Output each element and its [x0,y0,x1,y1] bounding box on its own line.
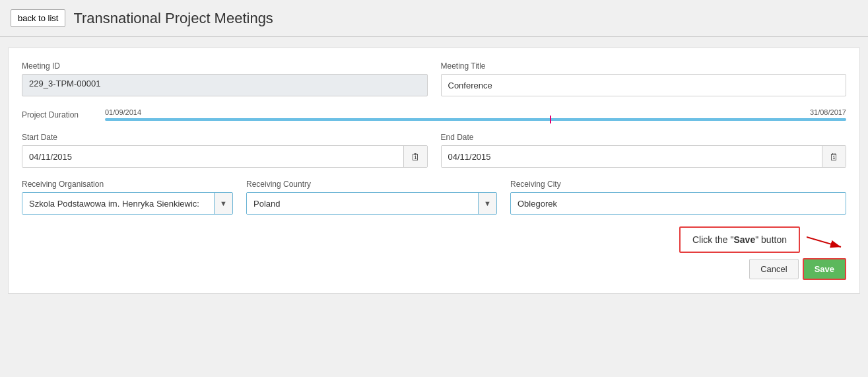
duration-bar-track [105,118,846,121]
meeting-title-label: Meeting Title [441,61,847,71]
receiving-country-dropdown-arrow[interactable]: ▼ [478,193,496,214]
page-title: Transnational Project Meetings [73,10,273,27]
back-to-list-button[interactable]: back to list [11,9,65,27]
receiving-org-dropdown-arrow[interactable]: ▼ [214,193,232,214]
receiving-row: Receiving Organisation Szkola Podstawowa… [22,180,846,215]
header-bar: back to list Transnational Project Meeti… [0,0,868,37]
dropdown-arrow-icon: ▼ [220,199,227,207]
start-date-wrapper: 🗓 [22,145,428,168]
end-date-wrapper: 🗓 [441,145,847,168]
svg-line-1 [807,237,841,247]
receiving-country-select[interactable]: Poland [247,193,478,214]
tooltip-arrow-svg [807,230,846,250]
meeting-id-group: Meeting ID 229_3-TPM-00001 [22,61,428,96]
tooltip-row: Click the "Save" button [679,226,846,253]
receiving-country-select-wrapper: Poland ▼ [246,192,497,215]
receiving-country-label: Receiving Country [246,180,497,189]
start-date-input[interactable] [22,146,403,167]
main-content: Meeting ID 229_3-TPM-00001 Meeting Title… [8,48,860,294]
receiving-org-select[interactable]: Szkola Podstawowa im. Henryka Sienkiewic… [22,193,214,214]
buttons-wrapper: Cancel Save [749,258,846,280]
receiving-org-group: Receiving Organisation Szkola Podstawowa… [22,180,233,215]
duration-bar-fill [105,118,846,121]
duration-end-date: 31/08/2017 [810,108,846,116]
meeting-id-label: Meeting ID [22,61,428,71]
receiving-city-label: Receiving City [510,180,846,189]
meeting-info-row: Meeting ID 229_3-TPM-00001 Meeting Title [22,61,846,96]
end-date-calendar-button[interactable]: 🗓 [822,146,846,167]
receiving-city-group: Receiving City [510,180,846,215]
duration-bar-wrapper: 01/09/2014 31/08/2017 [105,108,846,121]
cancel-button[interactable]: Cancel [749,259,798,279]
meeting-title-input[interactable] [441,74,847,96]
save-button[interactable]: Save [803,258,846,280]
end-date-group: End Date 🗓 [441,133,847,168]
duration-bar-marker [550,116,551,123]
start-date-calendar-button[interactable]: 🗓 [403,146,427,167]
tooltip-container: Click the "Save" button Cancel Save [679,226,846,280]
tooltip-text-after: " button [755,234,787,245]
dates-row: Start Date 🗓 End Date 🗓 [22,133,846,168]
project-duration-row: Project Duration 01/09/2014 31/08/2017 [22,108,846,121]
receiving-org-label: Receiving Organisation [22,180,233,189]
calendar-icon: 🗓 [411,151,420,162]
footer-row: Click the "Save" button Cancel Save [22,226,846,280]
duration-start-date: 01/09/2014 [105,108,141,116]
receiving-country-group: Receiving Country Poland ▼ [246,180,497,215]
calendar-icon-end: 🗓 [829,151,839,162]
tooltip-box: Click the "Save" button [679,226,800,253]
tooltip-bold-text: Save [734,234,756,245]
start-date-group: Start Date 🗓 [22,133,428,168]
dropdown-arrow-country-icon: ▼ [484,199,491,207]
meeting-id-value: 229_3-TPM-00001 [22,74,428,96]
receiving-city-input[interactable] [510,192,846,215]
receiving-org-select-wrapper: Szkola Podstawowa im. Henryka Sienkiewic… [22,192,233,215]
duration-dates: 01/09/2014 31/08/2017 [105,108,846,116]
start-date-label: Start Date [22,133,428,142]
end-date-label: End Date [441,133,847,142]
meeting-title-group: Meeting Title [441,61,847,96]
tooltip-text-before: Click the " [692,234,734,245]
end-date-input[interactable] [442,146,822,167]
project-duration-label: Project Duration [22,110,94,120]
